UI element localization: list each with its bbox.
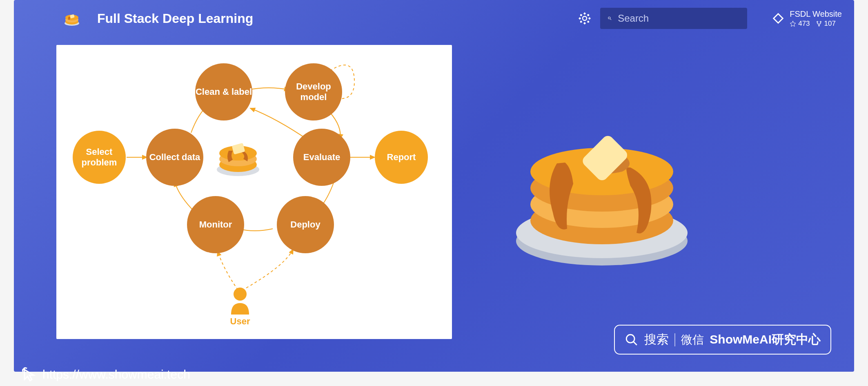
logo-pancake-icon <box>63 9 81 27</box>
wechat-platform-label: 微信 <box>681 332 704 348</box>
site-title: Full Stack Deep Learning <box>97 11 253 26</box>
node-develop-model: Develop model <box>285 63 342 120</box>
wechat-search-label: 搜索 <box>644 331 669 348</box>
repo-info[interactable]: FSDL Website 473 107 <box>772 9 842 28</box>
center-pancake-icon <box>211 129 265 182</box>
brightness-icon <box>579 12 591 25</box>
repo-icon <box>772 12 785 25</box>
diagram-card: Select problem Collect data Clean & labe… <box>56 45 452 339</box>
theme-toggle-button[interactable] <box>577 11 592 26</box>
star-icon <box>790 20 796 27</box>
node-clean-label: Clean & label <box>195 63 252 120</box>
wechat-search-box[interactable]: 搜索 微信 ShowMeAI研究中心 <box>614 325 831 355</box>
svg-point-20 <box>627 335 635 343</box>
node-monitor: Monitor <box>187 196 244 253</box>
search-input[interactable] <box>618 13 740 24</box>
svg-point-12 <box>234 288 247 301</box>
search-icon <box>608 13 612 24</box>
repo-forks: 107 <box>824 20 836 28</box>
big-pancake-icon <box>500 110 704 274</box>
repo-stars: 473 <box>798 20 810 28</box>
app-frame: Full Stack Deep Learning FSDL Website <box>14 0 854 372</box>
user-icon <box>228 286 252 315</box>
search-icon <box>625 333 639 347</box>
divider <box>674 333 675 346</box>
svg-line-21 <box>634 341 637 345</box>
node-collect-data: Collect data <box>146 129 203 186</box>
ml-lifecycle-diagram: Select problem Collect data Clean & labe… <box>56 45 452 339</box>
footer-url-text: https://www.showmeai.tech <box>42 368 190 382</box>
diagram-arrows <box>56 45 452 339</box>
node-evaluate: Evaluate <box>293 129 350 186</box>
repo-name: FSDL Website <box>790 9 842 19</box>
header: Full Stack Deep Learning FSDL Website <box>14 0 854 37</box>
user-label: User <box>220 316 260 327</box>
wechat-brand-label: ShowMeAI研究中心 <box>710 331 821 348</box>
fork-icon <box>816 20 822 27</box>
node-deploy: Deploy <box>277 196 334 253</box>
node-select-problem: Select problem <box>73 131 126 184</box>
footer-url[interactable]: https://www.showmeai.tech <box>22 367 190 382</box>
repo-stats: 473 107 <box>790 20 842 28</box>
cursor-icon <box>22 367 37 382</box>
node-report: Report <box>375 131 428 184</box>
search-box[interactable] <box>600 8 747 29</box>
